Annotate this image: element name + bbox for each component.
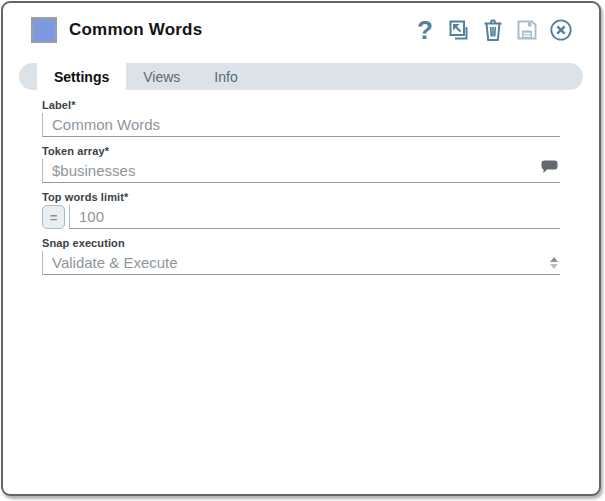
- dialog-title: Common Words: [69, 20, 202, 40]
- expand-button[interactable]: [447, 17, 471, 43]
- label-field-group: Label* Common Words: [42, 99, 560, 137]
- label-field-label: Label*: [42, 99, 560, 111]
- select-spinner-icon[interactable]: [550, 257, 558, 269]
- help-button[interactable]: ?: [413, 17, 437, 43]
- top-words-limit-input-value: 100: [79, 208, 104, 225]
- equals-icon: =: [50, 210, 58, 225]
- spinner-down-arrow-icon: [550, 264, 558, 269]
- tab-bar-left-cap: [19, 63, 37, 90]
- top-words-limit-field-label: Top words limit*: [42, 191, 560, 203]
- snap-execution-field-label: Snap execution: [42, 237, 560, 249]
- tab-settings[interactable]: Settings: [37, 63, 126, 90]
- expand-icon: [447, 18, 471, 42]
- tab-info[interactable]: Info: [197, 63, 254, 90]
- token-array-field-group: Token array* $businesses: [42, 145, 560, 183]
- tab-views-label: Views: [143, 69, 180, 85]
- top-words-limit-field-group: Top words limit* = 100: [42, 191, 560, 229]
- spinner-up-arrow-icon: [550, 257, 558, 262]
- token-array-field-label: Token array*: [42, 145, 560, 157]
- close-button[interactable]: [549, 17, 573, 43]
- header-actions: ?: [413, 17, 573, 43]
- comment-bubble-icon[interactable]: [541, 160, 558, 177]
- help-icon: ?: [417, 17, 433, 43]
- token-array-input-value: $businesses: [52, 162, 135, 179]
- trash-icon: [481, 17, 505, 43]
- label-input-value: Common Words: [52, 116, 160, 133]
- save-button[interactable]: [515, 17, 539, 43]
- snap-execution-selected-value: Validate & Execute: [52, 254, 178, 271]
- delete-button[interactable]: [481, 17, 505, 43]
- snap-icon: [31, 17, 57, 43]
- snap-execution-field-group: Snap execution Validate & Execute: [42, 237, 560, 275]
- top-words-limit-input[interactable]: 100: [69, 205, 560, 229]
- label-input[interactable]: Common Words: [42, 113, 560, 137]
- token-array-input[interactable]: $businesses: [42, 159, 560, 183]
- tab-info-label: Info: [214, 69, 237, 85]
- close-icon: [549, 17, 573, 43]
- tab-views[interactable]: Views: [126, 63, 197, 90]
- dialog-header: Common Words ?: [3, 3, 599, 45]
- expression-toggle-button[interactable]: =: [42, 205, 65, 229]
- tab-settings-label: Settings: [54, 69, 109, 85]
- settings-form: Label* Common Words Token array* $busine…: [3, 90, 599, 275]
- save-icon: [515, 18, 539, 42]
- snap-execution-select[interactable]: Validate & Execute: [42, 251, 560, 275]
- tab-bar: Settings Views Info: [19, 63, 583, 90]
- snap-settings-dialog: Common Words ?: [1, 1, 601, 496]
